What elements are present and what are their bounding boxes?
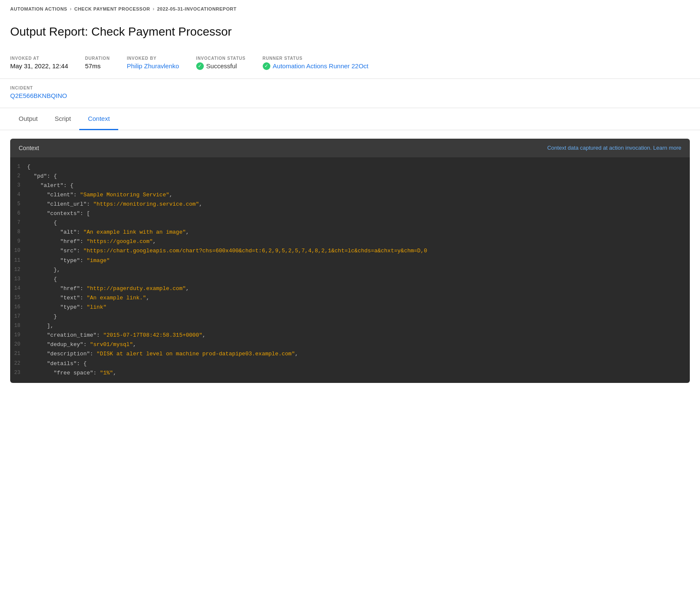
line-content-19: "creation_time": "2015-07-17T08:42:58.31…: [27, 331, 206, 340]
line-content-17: }: [27, 312, 57, 321]
line-content-10: "src": "https://chart.googleapis.com/cha…: [27, 246, 427, 256]
line-num-14: 14: [12, 284, 27, 293]
line-num-12: 12: [12, 265, 27, 275]
code-line-12: 12 },: [10, 265, 690, 275]
code-line-14: 14 "href": "http://pagerduty.example.com…: [10, 284, 690, 293]
breadcrumb-automation-actions[interactable]: AUTOMATION ACTIONS: [10, 6, 67, 11]
line-num-2: 2: [12, 172, 27, 181]
meta-invoked-at: INVOKED AT May 31, 2022, 12:44: [10, 56, 68, 70]
meta-invoked-by: INVOKED BY Philip Zhuravlenko: [127, 56, 179, 70]
tab-script[interactable]: Script: [46, 108, 79, 130]
runner-status-badge: ✓ Automation Actions Runner 22Oct: [263, 62, 369, 70]
tab-output[interactable]: Output: [10, 108, 46, 130]
code-line-7: 7 {: [10, 218, 690, 228]
code-line-22: 22 "details": {: [10, 359, 690, 368]
tab-context[interactable]: Context: [79, 108, 118, 130]
code-line-8: 8 "alt": "An example link with an image"…: [10, 228, 690, 237]
meta-duration-value: 57ms: [85, 62, 110, 70]
context-header-title: Context: [19, 145, 39, 151]
invocation-status-value: Successful: [206, 62, 237, 70]
code-block: 1 { 2 "pd": { 3 "alert": { 4 "client": "…: [10, 157, 690, 383]
context-learn-more-link[interactable]: Learn more: [653, 145, 681, 151]
line-content-13: {: [27, 275, 57, 284]
line-num-23: 23: [12, 368, 27, 378]
incident-label: INCIDENT: [10, 86, 690, 90]
meta-runner-status: RUNNER STATUS ✓ Automation Actions Runne…: [263, 56, 369, 70]
meta-invoked-at-value: May 31, 2022, 12:44: [10, 62, 68, 70]
meta-section: INVOKED AT May 31, 2022, 12:44 DURATION …: [0, 49, 700, 79]
line-num-13: 13: [12, 275, 27, 284]
breadcrumb: AUTOMATION ACTIONS › CHECK PAYMENT PROCE…: [0, 0, 700, 18]
runner-status-icon: ✓: [263, 62, 270, 70]
code-line-23: 23 "free space": "1%",: [10, 368, 690, 378]
line-num-1: 1: [12, 162, 27, 172]
line-content-14: "href": "http://pagerduty.example.com",: [27, 284, 189, 293]
page-title-section: Output Report: Check Payment Processor: [0, 18, 700, 49]
code-line-15: 15 "text": "An example link.",: [10, 293, 690, 303]
line-num-9: 9: [12, 237, 27, 246]
code-line-19: 19 "creation_time": "2015-07-17T08:42:58…: [10, 331, 690, 340]
line-num-4: 4: [12, 190, 27, 200]
code-line-13: 13 {: [10, 275, 690, 284]
invocation-status-icon: ✓: [196, 62, 204, 70]
code-line-10: 10 "src": "https://chart.googleapis.com/…: [10, 246, 690, 256]
line-content-12: },: [27, 265, 60, 275]
line-content-8: "alt": "An example link with an image",: [27, 228, 189, 237]
incident-link[interactable]: Q2E566BKNBQINO: [10, 92, 67, 99]
invocation-status-badge: ✓ Successful: [196, 62, 246, 70]
line-content-18: ],: [27, 321, 53, 331]
line-num-18: 18: [12, 321, 27, 331]
line-num-17: 17: [12, 312, 27, 321]
line-num-21: 21: [12, 349, 27, 359]
meta-duration: DURATION 57ms: [85, 56, 110, 70]
page-title: Output Report: Check Payment Processor: [10, 25, 690, 39]
line-content-15: "text": "An example link.",: [27, 293, 150, 303]
meta-invocation-status-label: INVOCATION STATUS: [196, 56, 246, 61]
code-line-6: 6 "contexts": [: [10, 209, 690, 218]
code-line-2: 2 "pd": {: [10, 172, 690, 181]
code-line-11: 11 "type": "image": [10, 256, 690, 265]
line-content-20: "dedup_key": "srv01/mysql",: [27, 340, 136, 349]
line-num-19: 19: [12, 331, 27, 340]
tabs-section: Output Script Context: [0, 108, 700, 130]
line-content-21: "description": "DISK at alert level on m…: [27, 349, 298, 359]
breadcrumb-check-payment[interactable]: CHECK PAYMENT PROCESSOR: [74, 6, 150, 11]
line-num-11: 11: [12, 256, 27, 265]
meta-runner-status-label: RUNNER STATUS: [263, 56, 369, 61]
line-content-4: "client": "Sample Monitoring Service",: [27, 190, 172, 200]
context-header-desc-text: Context data captured at action invocati…: [547, 145, 651, 151]
line-num-16: 16: [12, 303, 27, 312]
breadcrumb-invocation-report: 2022-05-31-INVOCATIONREPORT: [157, 6, 237, 11]
line-num-15: 15: [12, 293, 27, 303]
line-num-10: 10: [12, 246, 27, 256]
code-line-3: 3 "alert": {: [10, 181, 690, 190]
line-num-5: 5: [12, 200, 27, 209]
runner-status-value[interactable]: Automation Actions Runner 22Oct: [273, 62, 369, 70]
code-line-17: 17 }: [10, 312, 690, 321]
code-line-9: 9 "href": "https://google.com",: [10, 237, 690, 246]
line-content-3: "alert": {: [27, 181, 73, 190]
page-container: AUTOMATION ACTIONS › CHECK PAYMENT PROCE…: [0, 0, 700, 603]
meta-invoked-at-label: INVOKED AT: [10, 56, 68, 61]
context-header: Context Context data captured at action …: [10, 139, 690, 157]
line-content-2: "pd": {: [27, 172, 57, 181]
line-content-9: "href": "https://google.com",: [27, 237, 156, 246]
code-line-16: 16 "type": "link": [10, 303, 690, 312]
line-num-7: 7: [12, 218, 27, 228]
meta-invocation-status: INVOCATION STATUS ✓ Successful: [196, 56, 246, 70]
code-line-21: 21 "description": "DISK at alert level o…: [10, 349, 690, 359]
line-content-22: "details": {: [27, 359, 86, 368]
context-header-desc: Context data captured at action invocati…: [547, 145, 681, 151]
breadcrumb-sep-1: ›: [70, 6, 72, 12]
line-content-23: "free space": "1%",: [27, 368, 117, 378]
code-line-4: 4 "client": "Sample Monitoring Service",: [10, 190, 690, 200]
line-num-8: 8: [12, 228, 27, 237]
meta-invoked-by-label: INVOKED BY: [127, 56, 179, 61]
line-content-5: "client_url": "https://monitoring.servic…: [27, 200, 203, 209]
meta-invoked-by-value[interactable]: Philip Zhuravlenko: [127, 62, 179, 70]
breadcrumb-sep-2: ›: [153, 6, 155, 12]
line-content-16: "type": "link": [27, 303, 106, 312]
incident-section: INCIDENT Q2E566BKNBQINO: [0, 79, 700, 108]
line-num-6: 6: [12, 209, 27, 218]
line-content-1: {: [27, 162, 31, 172]
